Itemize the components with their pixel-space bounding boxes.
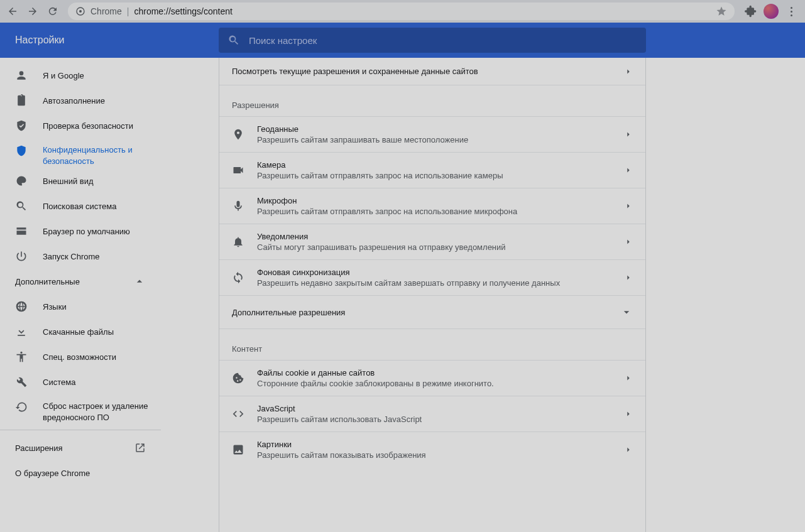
permission-background-sync[interactable]: Фоновая синхронизация Разрешить недавно … — [219, 259, 645, 295]
search-icon — [227, 34, 240, 46]
about-label: О браузере Chrome — [15, 469, 90, 478]
svg-point-1 — [79, 10, 82, 13]
camera-icon — [232, 164, 244, 176]
row-label: Посмотреть текущие разрешения и сохранен… — [232, 67, 478, 76]
content-desc: Сторонние файлы cookie заблокированы в р… — [257, 379, 624, 388]
cookie-icon — [232, 372, 244, 384]
permission-microphone[interactable]: Микрофон Разрешить сайтам отправлять зап… — [219, 188, 645, 224]
permission-camera[interactable]: Камера Разрешить сайтам отправлять запро… — [219, 152, 645, 188]
chevron-right-icon — [624, 445, 633, 454]
chevron-up-icon — [133, 275, 146, 288]
sidebar-item-about[interactable]: О браузере Chrome — [0, 460, 161, 486]
perm-title: Уведомления — [257, 232, 624, 241]
sidebar-item-privacy[interactable]: Конфиденциальность и безопасность — [0, 138, 161, 168]
sidebar-item-extensions[interactable]: Расширения — [0, 435, 161, 460]
browser-toolbar: Chrome | chrome://settings/content — [0, 0, 805, 23]
code-icon — [232, 408, 244, 420]
content-desc: Разрешить сайтам показывать изображения — [257, 450, 624, 460]
more-permissions-label: Дополнительные разрешения — [232, 308, 345, 317]
content-javascript[interactable]: JavaScript Разрешить сайтам использовать… — [219, 396, 645, 432]
sidebar-item-startup[interactable]: Запуск Chrome — [0, 244, 161, 269]
perm-desc: Разрешить сайтам отправлять запрос на ис… — [257, 171, 624, 180]
download-icon — [15, 325, 28, 338]
sidebar-label: Конфиденциальность и — [43, 144, 133, 156]
sidebar-advanced-toggle[interactable]: Дополнительные — [0, 269, 161, 294]
settings-search-input[interactable] — [249, 35, 637, 46]
address-bar[interactable]: Chrome | chrome://settings/content — [68, 3, 735, 20]
permission-notifications[interactable]: Уведомления Сайты могут запрашивать разр… — [219, 224, 645, 259]
star-icon[interactable] — [716, 6, 727, 17]
url-separator: | — [127, 6, 129, 16]
sidebar-item-people[interactable]: Я и Google — [0, 63, 161, 88]
sidebar-label: Внешний вид — [43, 176, 94, 186]
perm-title: Геоданные — [257, 124, 624, 134]
perm-title: Фоновая синхронизация — [257, 268, 624, 277]
settings-header: Настройки — [0, 23, 805, 58]
chevron-right-icon — [624, 202, 633, 210]
sidebar-item-safety[interactable]: Проверка безопасности — [0, 113, 161, 138]
sidebar-item-languages[interactable]: Языки — [0, 294, 161, 319]
view-site-data-row[interactable]: Посмотреть текущие разрешения и сохранен… — [219, 58, 645, 85]
sidebar-label-2: безопасность — [43, 156, 133, 167]
extensions-icon[interactable] — [745, 5, 757, 18]
chevron-right-icon — [624, 166, 633, 175]
wrench-icon — [15, 376, 28, 388]
menu-button[interactable] — [785, 7, 797, 16]
sidebar-item-default-browser[interactable]: Браузер по умолчанию — [0, 219, 161, 244]
forward-button[interactable] — [24, 3, 41, 20]
sync-icon — [232, 271, 244, 284]
sidebar-item-search[interactable]: Поисковая система — [0, 193, 161, 219]
sidebar-item-appearance[interactable]: Внешний вид — [0, 168, 161, 193]
perm-title: Камера — [257, 160, 624, 170]
content-title: JavaScript — [257, 404, 624, 413]
settings-sidebar: Я и Google Автозаполнение Проверка безоп… — [0, 58, 161, 532]
back-button[interactable] — [4, 3, 21, 20]
perm-title: Микрофон — [257, 196, 624, 205]
microphone-icon — [232, 200, 244, 212]
image-icon — [232, 443, 244, 456]
advanced-label: Дополнительные — [15, 277, 80, 286]
shield-icon — [15, 144, 28, 157]
content-title: Картинки — [257, 440, 624, 449]
shield-check-icon — [15, 119, 28, 132]
content-desc: Разрешить сайтам использовать JavaScript — [257, 415, 624, 424]
sidebar-item-autofill[interactable]: Автозаполнение — [0, 88, 161, 113]
sidebar-item-accessibility[interactable]: Спец. возможности — [0, 344, 161, 369]
sidebar-item-downloads[interactable]: Скачанные файлы — [0, 319, 161, 344]
profile-avatar[interactable] — [764, 4, 779, 19]
sidebar-item-system[interactable]: Система — [0, 369, 161, 394]
sidebar-label: Спец. возможности — [43, 352, 116, 362]
permission-location[interactable]: Геоданные Разрешить сайтам запрашивать в… — [219, 116, 645, 152]
chevron-right-icon — [624, 273, 633, 282]
perm-desc: Разрешить сайтам запрашивать ваше местоп… — [257, 135, 624, 144]
chevron-right-icon — [624, 237, 633, 246]
content-section-title: Контент — [219, 329, 645, 360]
search-icon — [15, 200, 28, 212]
settings-content: Посмотреть текущие разрешения и сохранен… — [161, 58, 805, 532]
location-icon — [232, 128, 244, 141]
settings-title: Настройки — [0, 35, 219, 46]
sidebar-label: Скачанные файлы — [43, 327, 114, 337]
content-cookies[interactable]: Файлы cookie и данные сайтов Сторонние ф… — [219, 360, 645, 396]
person-icon — [15, 69, 28, 82]
chevron-right-icon — [624, 130, 633, 139]
reload-button[interactable] — [44, 3, 62, 20]
chevron-down-icon — [620, 306, 633, 318]
chevron-right-icon — [624, 374, 633, 383]
sidebar-label: Запуск Chrome — [43, 252, 100, 261]
sidebar-divider — [0, 430, 161, 430]
url-origin: Chrome — [90, 6, 122, 16]
chrome-icon — [75, 6, 85, 16]
sidebar-item-reset[interactable]: Сброс настроек и удаление вредоносного П… — [0, 394, 161, 425]
more-permissions-row[interactable]: Дополнительные разрешения — [219, 295, 645, 329]
content-title: Файлы cookie и данные сайтов — [257, 368, 624, 377]
perm-desc: Разрешить недавно закрытым сайтам заверш… — [257, 278, 624, 288]
clipboard-icon — [15, 94, 28, 107]
bell-icon — [232, 236, 244, 248]
power-icon — [15, 250, 28, 263]
content-images[interactable]: Картинки Разрешить сайтам показывать изо… — [219, 432, 645, 467]
sidebar-label: Система — [43, 377, 75, 387]
settings-search[interactable] — [219, 28, 646, 53]
perm-desc: Сайты могут запрашивать разрешения на от… — [257, 242, 624, 252]
perm-desc: Разрешить сайтам отправлять запрос на ис… — [257, 207, 624, 216]
